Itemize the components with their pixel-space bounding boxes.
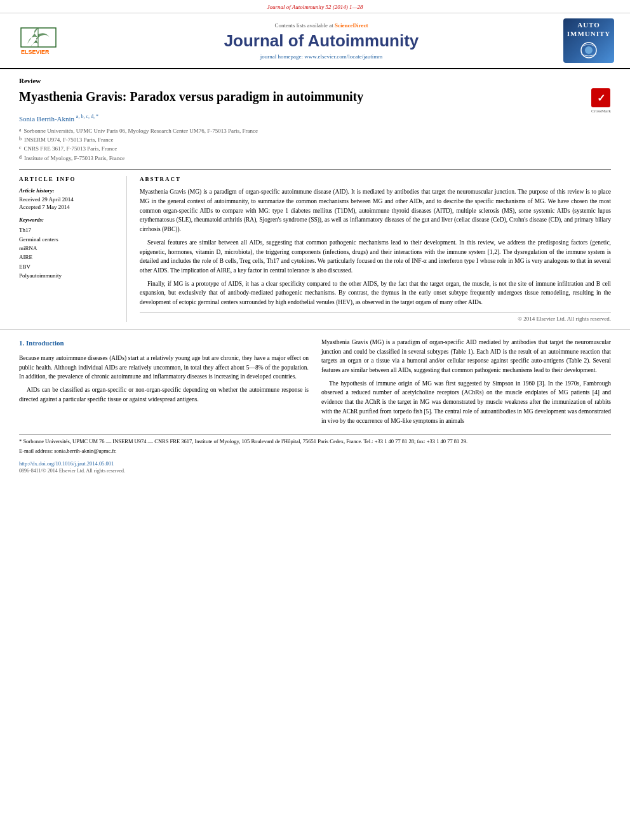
crossmark-icon: ✓ bbox=[591, 88, 610, 107]
affil-a-text: Sorbonne Universités, UPMC Univ Paris 06… bbox=[24, 126, 258, 135]
affil-b: b INSERM U974, F-75013 Paris, France bbox=[19, 135, 611, 144]
sciencedirect-link[interactable]: ScienceDirect bbox=[335, 22, 368, 29]
keyword-ebv: EBV bbox=[19, 262, 120, 271]
journal-header-center: Contents lists available at ScienceDirec… bbox=[83, 22, 560, 60]
journal-header: ELSEVIER Contents lists available at Sci… bbox=[0, 13, 630, 69]
article-type-label: Review bbox=[19, 77, 611, 84]
contents-text: Contents lists available at bbox=[275, 22, 333, 29]
article-info-heading: ARTICLE INFO bbox=[19, 176, 120, 182]
abstract-heading: ABSTRACT bbox=[140, 176, 611, 182]
elsevier-logo-area: ELSEVIER bbox=[13, 25, 83, 57]
footnote-1: * Sorbonne Universités, UPMC UM 76 — INS… bbox=[19, 437, 611, 446]
article-info-col: ARTICLE INFO Article history: Received 2… bbox=[19, 176, 127, 322]
homepage-url[interactable]: journal homepage: www.elsevier.com/locat… bbox=[260, 53, 382, 60]
intro-right-para-1: Myasthenia Gravis (MG) is a paradigm of … bbox=[321, 338, 611, 375]
body-right-col: Myasthenia Gravis (MG) is a paradigm of … bbox=[321, 338, 611, 429]
affil-c: c CNRS FRE 3617, F-75013 Paris, France bbox=[19, 144, 611, 153]
received-date: Received 29 April 2014 bbox=[19, 196, 120, 203]
abstract-col: ABSTRACT Myasthenia Gravis (MG) is a par… bbox=[140, 176, 611, 322]
section-divider bbox=[0, 330, 630, 330]
main-content: Review Myasthenia Gravis: Paradox versus… bbox=[0, 69, 630, 322]
intro-right-para-2: The hypothesis of immune origin of MG wa… bbox=[321, 379, 611, 426]
affil-a: a Sorbonne Universités, UPMC Univ Paris … bbox=[19, 126, 611, 135]
accepted-date: Accepted 7 May 2014 bbox=[19, 204, 120, 210]
abstract-para-2: Several features are similar between all… bbox=[140, 238, 611, 276]
footnote-email: E-mail address: sonia.berrih-aknin@upmc.… bbox=[19, 447, 611, 455]
footnotes: * Sorbonne Universités, UPMC UM 76 — INS… bbox=[0, 437, 630, 455]
intro-heading: 1. Introduction bbox=[19, 338, 309, 349]
intro-left-para-1: Because many autoimmune diseases (AIDs) … bbox=[19, 354, 309, 382]
journal-homepage: journal homepage: www.elsevier.com/locat… bbox=[83, 53, 560, 60]
history-label: Article history: bbox=[19, 187, 120, 194]
journal-logo-icon: AUTO IMMUNITY bbox=[563, 18, 614, 63]
svg-point-4 bbox=[585, 46, 593, 54]
issn-copyright: 0896-8411/© 2014 Elsevier Ltd. All right… bbox=[19, 468, 125, 474]
title-row: Myasthenia Gravis: Paradox versus paradi… bbox=[19, 88, 611, 114]
keyword-polyautoimmunity: Polyautoimmunity bbox=[19, 271, 120, 280]
footnote-divider bbox=[19, 434, 611, 435]
keyword-mirna: miRNA bbox=[19, 244, 120, 253]
keyword-th17: Th17 bbox=[19, 225, 120, 234]
keyword-germinal-centers: Germinal centers bbox=[19, 235, 120, 244]
abstract-para-1: Myasthenia Gravis (MG) is a paradigm of … bbox=[140, 187, 611, 234]
elsevier-logo-icon: ELSEVIER bbox=[18, 25, 78, 57]
affil-d: d Institute of Myology, F-75013 Paris, F… bbox=[19, 154, 611, 163]
footer-copyright: 0896-8411/© 2014 Elsevier Ltd. All right… bbox=[0, 467, 630, 479]
crossmark-text: CrossMark bbox=[591, 109, 611, 114]
body-left-col: 1. Introduction Because many autoimmune … bbox=[19, 338, 309, 429]
keyword-aire: AIRE bbox=[19, 253, 120, 262]
footer-links: http://dx.doi.org/10.1016/j.jaut.2014.05… bbox=[0, 457, 630, 467]
doi-link[interactable]: http://dx.doi.org/10.1016/j.jaut.2014.05… bbox=[19, 460, 114, 467]
journal-title: Journal of Autoimmunity bbox=[83, 31, 560, 51]
affiliations: a Sorbonne Universités, UPMC Univ Paris … bbox=[19, 126, 611, 163]
author-superscripts: a, b, c, d, * bbox=[76, 114, 98, 119]
page: Journal of Autoimmunity 52 (2014) 1—28 E… bbox=[0, 0, 630, 479]
affil-b-text: INSERM U974, F-75013 Paris, France bbox=[24, 135, 114, 144]
journal-logo-area: AUTO IMMUNITY bbox=[560, 18, 617, 63]
article-title: Myasthenia Gravis: Paradox versus paradi… bbox=[19, 88, 363, 105]
footnote-1-text: Sorbonne Universités, UPMC UM 76 — INSER… bbox=[23, 438, 467, 444]
intro-left-para-2: AIDs can be classified as organ-specific… bbox=[19, 385, 309, 404]
keywords-label: Keywords: bbox=[19, 217, 120, 223]
sciencedirect-line: Contents lists available at ScienceDirec… bbox=[83, 22, 560, 29]
article-info-abstract: ARTICLE INFO Article history: Received 2… bbox=[19, 169, 611, 322]
abstract-text: Myasthenia Gravis (MG) is a paradigm of … bbox=[140, 187, 611, 307]
abstract-para-3: Finally, if MG is a prototype of AIDS, i… bbox=[140, 279, 611, 307]
author-name: Sonia Berrih-Aknin bbox=[19, 115, 74, 123]
journal-reference: Journal of Autoimmunity 52 (2014) 1—28 bbox=[0, 0, 630, 13]
footnote-email-text: E-mail address: sonia.berrih-aknin@upmc.… bbox=[19, 448, 116, 454]
body-content: 1. Introduction Because many autoimmune … bbox=[0, 338, 630, 429]
affil-d-text: Institute of Myology, F-75013 Paris, Fra… bbox=[24, 154, 124, 163]
svg-text:ELSEVIER: ELSEVIER bbox=[21, 49, 50, 55]
copyright-line: © 2014 Elsevier Ltd. All rights reserved… bbox=[140, 312, 611, 322]
authors-line: Sonia Berrih-Aknin a, b, c, d, * bbox=[19, 114, 611, 123]
crossmark-badge[interactable]: ✓ CrossMark bbox=[591, 88, 611, 114]
journal-ref-text: Journal of Autoimmunity 52 (2014) 1—28 bbox=[267, 4, 363, 10]
affil-c-text: CNRS FRE 3617, F-75013 Paris, France bbox=[24, 144, 117, 153]
